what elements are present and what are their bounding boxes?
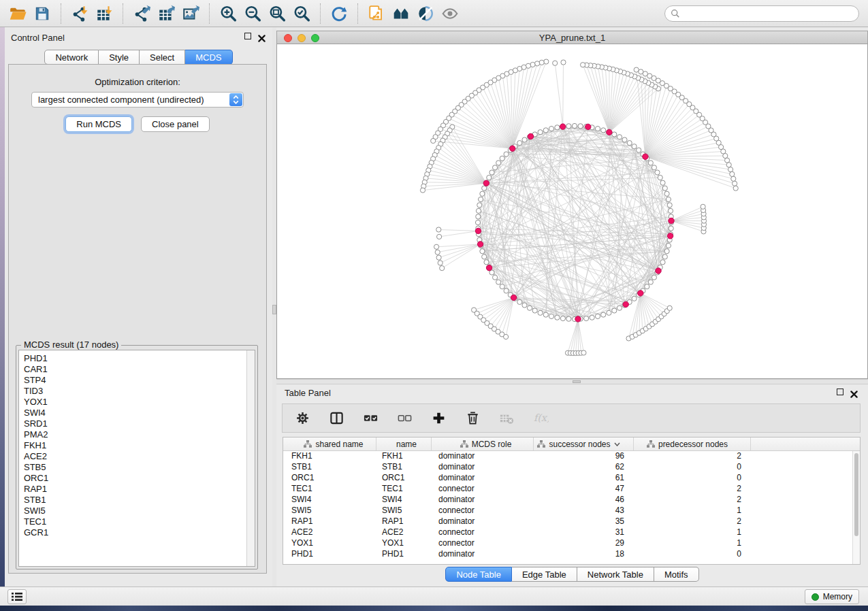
floppy-save-icon[interactable] (30, 2, 54, 25)
memory-button[interactable]: Memory (805, 589, 859, 604)
table-tab-motifs[interactable]: Motifs (654, 567, 699, 582)
table-cell: 96 (534, 451, 634, 462)
column-header-MCDS-role[interactable]: MCDS role (432, 437, 534, 450)
maximize-window-icon[interactable] (311, 34, 319, 42)
tab-select[interactable]: Select (140, 50, 185, 65)
mcds-result-item[interactable]: TEC1 (24, 516, 255, 527)
mcds-result-item[interactable]: STB5 (24, 462, 255, 473)
trash-icon[interactable] (465, 410, 481, 426)
table-import-icon[interactable] (92, 2, 116, 25)
close-window-icon[interactable] (284, 34, 292, 42)
mcds-result-item[interactable]: GCR1 (24, 527, 255, 538)
table-scrollbar[interactable] (852, 451, 860, 564)
network-view-window: YPA_prune.txt_1 (276, 31, 868, 379)
vizmap-slash-icon[interactable] (413, 2, 438, 25)
horizontal-splitter-grip[interactable] (573, 380, 581, 383)
table-row[interactable]: ORC1ORC1dominator610 (283, 473, 860, 484)
table-row[interactable]: FKH1FKH1dominator962 (283, 451, 860, 462)
network-window-titlebar[interactable]: YPA_prune.txt_1 (276, 31, 868, 44)
checked-boxes-icon[interactable] (363, 410, 379, 426)
mcds-result-item[interactable]: FKH1 (24, 440, 255, 451)
close-panel-icon[interactable] (258, 33, 266, 41)
mcds-result-item[interactable]: RAP1 (24, 484, 255, 495)
table-row[interactable]: YOX1YOX1connector291 (283, 538, 860, 549)
mcds-result-item[interactable]: TID3 (24, 386, 255, 397)
mcds-result-item[interactable]: CAR1 (24, 364, 255, 375)
column-header-successor-nodes[interactable]: successor nodes (534, 437, 634, 450)
task-history-button[interactable] (7, 589, 27, 604)
table-cell: 31 (534, 527, 634, 538)
column-header-shared-name[interactable]: shared name (283, 437, 376, 450)
run-mcds-button[interactable]: Run MCDS (65, 116, 132, 132)
table-tab-edge-table[interactable]: Edge Table (512, 567, 577, 582)
table-tab-node-table[interactable]: Node Table (445, 567, 512, 582)
split-columns-icon[interactable] (329, 410, 344, 426)
table-cell: ACE2 (283, 527, 376, 538)
mcds-result-list[interactable]: PHD1CAR1STP4TID3YOX1SWI4SRD1PMA2FKH1ACE2… (18, 350, 255, 567)
eye-icon[interactable] (438, 2, 462, 25)
network-graph[interactable] (277, 44, 867, 378)
table-row[interactable]: SWI4SWI4dominator462 (283, 495, 860, 506)
column-header-predecessor-nodes[interactable]: predecessor nodes (634, 437, 751, 450)
mcds-result-item[interactable]: PHD1 (24, 353, 255, 364)
search-input[interactable] (684, 9, 853, 18)
column-header-name[interactable]: name (376, 437, 432, 450)
status-bar: Memory (0, 587, 868, 606)
table-float-icon[interactable] (837, 389, 845, 397)
unchecked-boxes-icon[interactable] (397, 410, 413, 426)
table-cell: 29 (534, 538, 634, 549)
zoom-in-icon[interactable] (216, 2, 240, 25)
tab-mcds[interactable]: MCDS (185, 50, 232, 65)
mcds-result-item[interactable]: STP4 (24, 375, 255, 386)
image-export-icon[interactable] (178, 2, 203, 25)
mcds-result-item[interactable]: PMA2 (24, 429, 255, 440)
mcds-result-item[interactable]: SRD1 (24, 418, 255, 429)
table-cell: 1 (634, 538, 751, 549)
control-panel: Control Panel NetworkStyleSelectMCDS Opt… (5, 27, 272, 587)
mcds-result-item[interactable]: ACE2 (24, 451, 255, 462)
float-panel-icon[interactable] (244, 33, 253, 41)
table-row[interactable]: ACE2ACE2connector311 (283, 527, 860, 538)
table-export-icon[interactable] (154, 2, 178, 25)
zoom-fit-icon[interactable] (265, 2, 289, 25)
tab-style[interactable]: Style (99, 50, 140, 65)
network-export-icon[interactable] (129, 2, 154, 25)
search-box[interactable] (664, 5, 859, 22)
node-table[interactable]: shared namenameMCDS rolesuccessor nodesp… (283, 437, 861, 565)
table-toolbar: f(x) (282, 403, 861, 433)
mcds-result-item[interactable]: SWI5 (24, 506, 255, 516)
table-row[interactable]: TEC1TEC1connector472 (283, 484, 860, 495)
zoom-out-icon[interactable] (240, 2, 265, 25)
result-list-scrollbar[interactable] (246, 350, 255, 566)
copy-network-icon[interactable] (364, 2, 389, 25)
zoom-selected-icon[interactable] (289, 2, 314, 25)
folder-open-icon[interactable] (5, 2, 30, 25)
network-import-icon[interactable] (67, 2, 92, 25)
table-tab-network-table[interactable]: Network Table (577, 567, 654, 582)
add-plus-icon[interactable] (431, 410, 447, 426)
table-cell: 43 (534, 506, 634, 516)
table-row[interactable]: RAP1RAP1dominator352 (283, 516, 860, 527)
mcds-result-item[interactable]: SWI4 (24, 408, 255, 418)
table-cell: 47 (534, 484, 634, 495)
table-close-icon[interactable] (850, 389, 858, 397)
table-cell: TEC1 (283, 484, 376, 495)
mcds-result-item[interactable]: YOX1 (24, 397, 255, 408)
network-canvas[interactable] (276, 44, 868, 379)
table-scrollbar-thumb[interactable] (854, 453, 858, 536)
toolbar-separator (209, 3, 210, 24)
table-row[interactable]: STB1STB1dominator620 (283, 462, 860, 473)
table-panel-tabs: Node TableEdge TableNetwork TableMotifs (276, 567, 868, 582)
table-row[interactable]: SWI5SWI5connector431 (283, 506, 860, 516)
binoculars-icon[interactable] (389, 2, 413, 25)
mcds-result-item[interactable]: ORC1 (24, 473, 255, 484)
refresh-icon[interactable] (327, 2, 351, 25)
horizontal-splitter[interactable] (276, 379, 868, 384)
close-panel-button[interactable]: Close panel (141, 116, 210, 132)
criterion-dropdown[interactable]: largest connected component (undirected) (31, 92, 244, 108)
gear-icon[interactable] (295, 410, 310, 426)
minimize-window-icon[interactable] (298, 34, 306, 42)
mcds-result-item[interactable]: STB1 (24, 495, 255, 506)
tab-network[interactable]: Network (44, 50, 99, 65)
table-row[interactable]: PHD1PHD1dominator180 (283, 549, 860, 560)
